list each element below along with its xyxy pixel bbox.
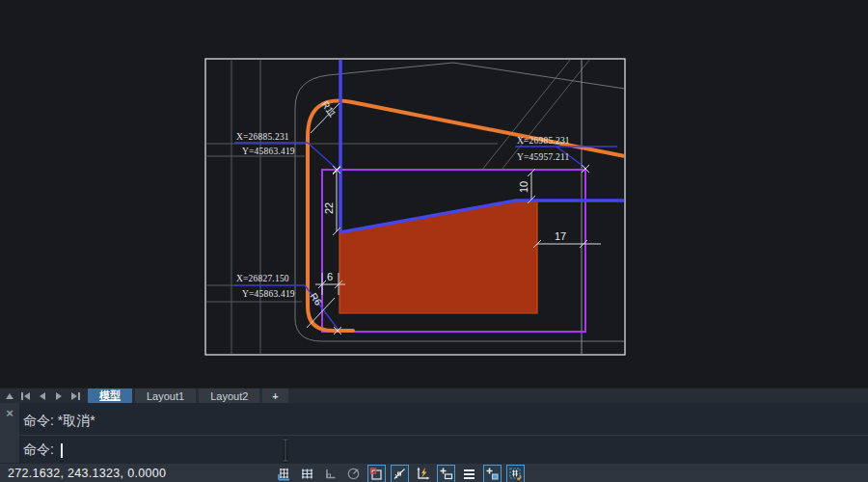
reference-lines[interactable] <box>340 59 625 232</box>
dynamic-input-icon[interactable] <box>414 465 432 482</box>
coord-label-right-y: Y=45957.211 <box>517 152 569 162</box>
command-line-panel: × 命令: *取消* 命令: <box>0 403 868 463</box>
text-caret <box>61 443 63 458</box>
layout-tab-bar: 模型 Layout1 Layout2 + <box>0 388 868 403</box>
coordinate-readout: 272.1632, 243.1323, 0.0000 <box>8 467 166 480</box>
selection-cycling-icon[interactable] <box>437 465 455 482</box>
cad-drawing: 22 10 17 6 R11 R6 X=26885.231 Y=45863.41… <box>0 0 868 388</box>
add-layout-button[interactable]: + <box>262 388 287 404</box>
first-tab-button[interactable] <box>18 389 33 403</box>
ortho-mode-icon[interactable] <box>321 465 339 482</box>
lineweight-icon[interactable] <box>460 465 478 482</box>
hatched-region[interactable] <box>339 201 537 313</box>
previous-tab-button[interactable] <box>35 389 49 403</box>
dimension-17: 17 <box>555 230 566 242</box>
snap-mode-icon[interactable] <box>275 465 293 482</box>
tab-layout2[interactable]: Layout2 <box>199 388 259 404</box>
quick-properties-icon[interactable] <box>483 465 502 482</box>
object-snap-tracking-icon[interactable] <box>391 465 409 482</box>
command-input[interactable]: 命令: <box>23 440 63 461</box>
annotation-monitor-icon[interactable] <box>506 465 525 482</box>
command-prompt-label: 命令: <box>23 442 54 459</box>
next-tab-button[interactable] <box>51 389 66 403</box>
coord-label-right-x: X=26985.231 <box>517 136 570 146</box>
object-snap-icon[interactable] <box>367 465 386 482</box>
coord-label-top-left-x: X=26885.231 <box>236 132 289 142</box>
dimension-10: 10 <box>518 181 529 193</box>
tab-model[interactable]: 模型 <box>88 388 132 404</box>
coord-label-bottom-left-x: X=26827.150 <box>236 274 289 283</box>
command-separator <box>19 435 868 436</box>
status-bar: 272.1632, 243.1323, 0.0000 <box>0 463 868 482</box>
coord-label-bottom-left-y: Y=45863.419 <box>242 289 295 299</box>
dimension-6: 6 <box>327 271 333 282</box>
status-toggle-icons <box>275 464 525 482</box>
tab-menu-button[interactable] <box>2 389 16 403</box>
coord-label-top-left-y: Y=45863.419 <box>242 147 295 156</box>
command-history-line: 命令: *取消* <box>23 408 95 434</box>
command-gutter: × <box>0 403 19 463</box>
cad-application-window: 22 10 17 6 R11 R6 X=26885.231 Y=45863.41… <box>0 0 868 482</box>
grid-display-icon[interactable] <box>298 465 316 482</box>
dimension-22: 22 <box>323 202 335 214</box>
last-tab-button[interactable] <box>68 389 82 403</box>
tab-layout1[interactable]: Layout1 <box>135 388 196 404</box>
close-command-icon[interactable]: × <box>3 407 16 420</box>
polar-tracking-icon[interactable] <box>344 465 363 482</box>
model-space-canvas[interactable]: 22 10 17 6 R11 R6 X=26885.231 Y=45863.41… <box>0 0 868 388</box>
